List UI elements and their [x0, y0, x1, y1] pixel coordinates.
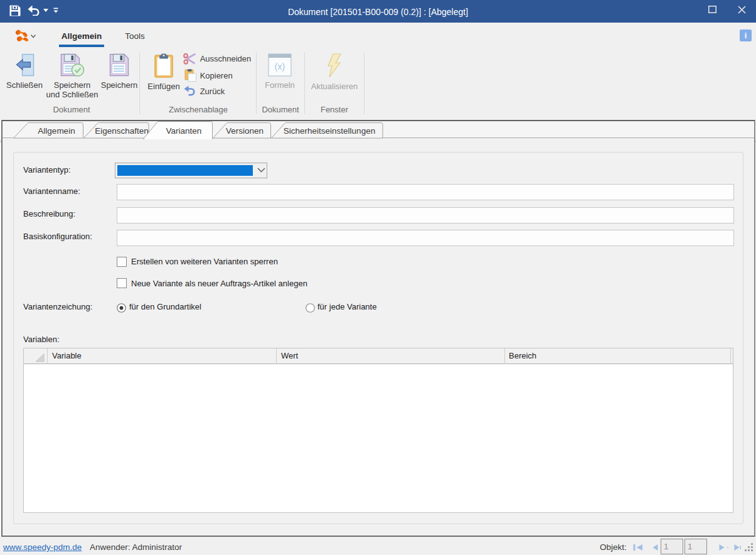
- svg-text:Eigenschaften: Eigenschaften: [95, 126, 149, 136]
- svg-text:Allgemein: Allgemein: [38, 126, 75, 136]
- svg-text:Versionen: Versionen: [226, 126, 264, 136]
- svg-text:Varianten: Varianten: [166, 126, 202, 136]
- svg-text:(x): (x): [275, 62, 285, 72]
- svg-text:Sicherheitseinstellungen: Sicherheitseinstellungen: [284, 126, 375, 136]
